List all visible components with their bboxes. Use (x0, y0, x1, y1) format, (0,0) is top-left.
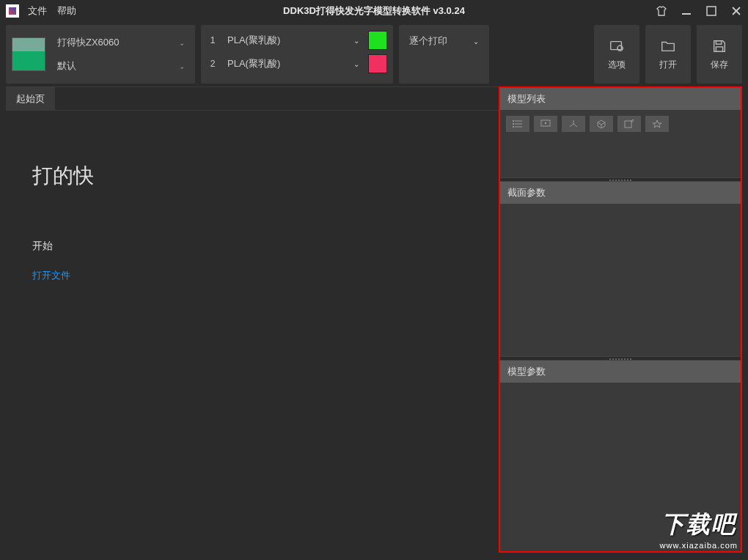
material-select-1[interactable]: PLA(聚乳酸) ⌄ (223, 31, 364, 50)
left-pane: 起始页 打的快 开始 打开文件 (6, 86, 499, 553)
print-mode-label: 逐个打印 (409, 34, 447, 48)
window-controls (656, 5, 742, 17)
material-swatch-1[interactable] (368, 31, 387, 50)
titlebar: 文件 帮助 DDK3D打得快发光字模型转换软件 v3.0.24 (0, 0, 748, 22)
svg-rect-7 (716, 46, 722, 51)
print-mode-select[interactable]: 逐个打印 ⌄ (405, 31, 483, 51)
chevron-down-icon: ⌄ (179, 39, 185, 47)
open-file-link[interactable]: 打开文件 (32, 269, 472, 282)
options-button[interactable]: 选项 (594, 25, 639, 84)
save-button[interactable]: 保存 (697, 25, 742, 84)
folder-icon (660, 38, 676, 54)
material-name: PLA(聚乳酸) (227, 34, 280, 47)
svg-point-13 (513, 126, 514, 128)
model-list-header: 模型列表 (500, 88, 741, 110)
section-params-header: 截面参数 (500, 182, 741, 204)
main-area: 起始页 打的快 开始 打开文件 模型列表 截面参数 (6, 86, 742, 553)
maximize-icon[interactable] (705, 5, 717, 17)
edit-icon[interactable] (617, 116, 641, 132)
save-label: 保存 (711, 59, 728, 71)
right-pane: 模型列表 截面参数 模型参数 (499, 86, 742, 553)
options-label: 选项 (608, 59, 626, 71)
menu-file[interactable]: 文件 (28, 4, 47, 18)
printer-profile-select[interactable]: 默认 ⌄ (53, 56, 189, 75)
tshirt-icon[interactable] (656, 5, 667, 17)
material-index: 1 (207, 35, 219, 45)
menu-help[interactable]: 帮助 (57, 4, 76, 18)
printer-model-label: 打得快ZX6060 (57, 36, 120, 49)
model-params-body (500, 383, 741, 551)
resize-grip[interactable] (500, 177, 741, 182)
menubar: 文件 帮助 (28, 4, 76, 18)
tabstrip: 起始页 (6, 87, 499, 111)
chevron-down-icon: ⌄ (353, 60, 359, 68)
start-heading: 开始 (32, 240, 472, 253)
svg-point-15 (545, 122, 546, 124)
minimize-icon[interactable] (681, 5, 692, 17)
section-params-body (500, 204, 741, 356)
screen-icon[interactable] (534, 116, 557, 132)
printer-model-select[interactable]: 打得快ZX6060 ⌄ (53, 33, 189, 52)
material-select-2[interactable]: PLA(聚乳酸) ⌄ (223, 54, 364, 73)
svg-rect-0 (682, 13, 691, 15)
materials-panel: 1 PLA(聚乳酸) ⌄ 2 PLA(聚乳酸) ⌄ (201, 25, 393, 84)
brand-title: 打的快 (32, 162, 472, 190)
printer-profile-label: 默认 (57, 59, 76, 73)
chevron-down-icon: ⌄ (353, 37, 359, 45)
axis-icon[interactable] (562, 116, 585, 132)
printer-panel: 打得快ZX6060 ⌄ 默认 ⌄ (6, 25, 195, 84)
svg-point-5 (617, 45, 623, 51)
open-label: 打开 (659, 59, 677, 71)
section-params-section: 截面参数 (500, 182, 741, 356)
start-page: 打的快 开始 打开文件 (6, 111, 499, 334)
print-mode-panel: 逐个打印 ⌄ (399, 25, 489, 84)
svg-rect-19 (625, 121, 631, 128)
model-params-header: 模型参数 (500, 361, 741, 383)
open-button[interactable]: 打开 (645, 25, 691, 84)
close-icon[interactable] (730, 5, 742, 17)
chevron-down-icon: ⌄ (473, 37, 479, 45)
toolbar: 打得快ZX6060 ⌄ 默认 ⌄ 1 PLA(聚乳酸) ⌄ 2 PLA(聚乳酸)… (6, 25, 742, 84)
tab-start[interactable]: 起始页 (6, 87, 55, 110)
svg-line-17 (570, 124, 573, 127)
material-row-1: 1 PLA(聚乳酸) ⌄ (207, 31, 387, 50)
model-list-section: 模型列表 (500, 88, 741, 177)
material-index: 2 (207, 59, 219, 69)
svg-point-11 (513, 120, 514, 122)
model-list-toolbar (500, 110, 741, 138)
app-icon (6, 4, 19, 18)
material-swatch-2[interactable] (368, 54, 387, 73)
svg-point-12 (513, 123, 514, 125)
resize-grip[interactable] (500, 356, 741, 361)
svg-rect-1 (707, 7, 716, 15)
gear-icon (609, 38, 625, 54)
model-list-body (500, 138, 741, 177)
svg-rect-6 (716, 40, 721, 44)
app-title: DDK3D打得快发光字模型转换软件 v3.0.24 (283, 4, 465, 18)
star-icon[interactable] (645, 116, 669, 132)
cube-icon[interactable] (590, 116, 613, 132)
printer-thumbnail (12, 37, 45, 71)
save-icon (711, 38, 727, 54)
svg-line-18 (573, 124, 577, 127)
material-row-2: 2 PLA(聚乳酸) ⌄ (207, 54, 387, 73)
chevron-down-icon: ⌄ (179, 62, 185, 70)
model-params-section: 模型参数 (500, 361, 741, 551)
list-icon[interactable] (506, 116, 529, 132)
material-name: PLA(聚乳酸) (227, 57, 280, 70)
